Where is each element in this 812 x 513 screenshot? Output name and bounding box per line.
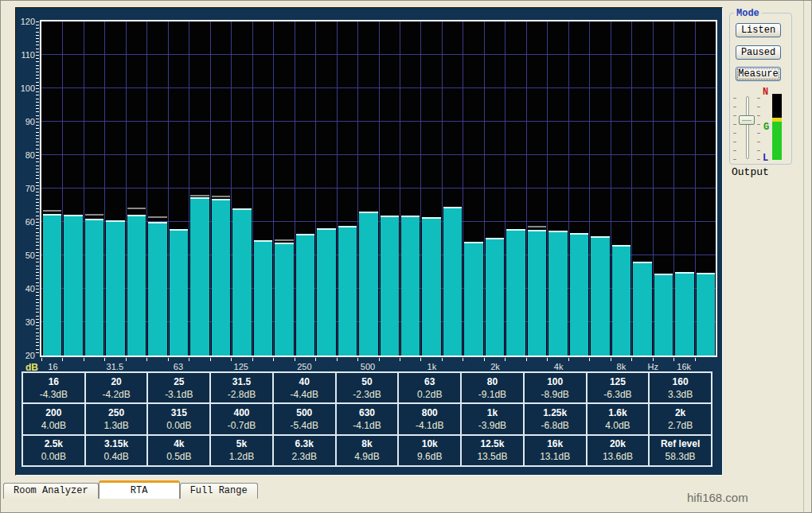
- band-level: -8.9dB: [541, 388, 568, 401]
- y-tick-label-60: 60: [18, 217, 35, 227]
- band-level: -3.1dB: [165, 388, 193, 401]
- band-frequency: 200: [45, 406, 61, 419]
- band-frequency: 1k: [487, 406, 498, 419]
- v-gridline: [231, 21, 232, 356]
- v-gridline: [126, 21, 127, 356]
- paused-button[interactable]: Paused: [736, 45, 781, 60]
- output-slider-track[interactable]: [746, 96, 749, 159]
- band-cell-2.5k: 2.5k0.0dB: [23, 436, 84, 465]
- y-tick-label-70: 70: [18, 184, 35, 193]
- spectrum-bar-250: [296, 234, 314, 356]
- peak-hold-marker-100: [212, 196, 230, 197]
- spectrum-bar-25: [85, 219, 103, 356]
- peak-hold-marker-200: [275, 239, 293, 241]
- tab-full-range[interactable]: Full Range: [180, 483, 258, 499]
- band-level: -4.1dB: [353, 419, 381, 432]
- y-tick-label-120: 120: [18, 17, 35, 26]
- bar-top-cap: [317, 228, 335, 230]
- analyzer-panel: 1201101009080706050403020 dB 1631.563125…: [15, 7, 723, 476]
- band-frequency: 2.5k: [45, 437, 63, 450]
- bar-top-cap: [528, 230, 546, 231]
- band-frequency: 800: [422, 406, 438, 419]
- band-cell-16k: 16k13.1dB: [525, 436, 586, 465]
- v-gridline: [547, 21, 548, 356]
- band-cell-5k: 5k1.2dB: [211, 436, 272, 465]
- bar-top-cap: [127, 215, 146, 216]
- band-level: 13.6dB: [603, 450, 633, 463]
- v-gridline: [484, 21, 485, 356]
- band-level: -9.1dB: [478, 388, 506, 401]
- bar-top-cap: [697, 273, 715, 274]
- band-level-table: 16-4.3dB20-4.2dB25-3.1dB31.5-2.8dB40-4.4…: [21, 371, 712, 467]
- output-slider-ticks-right: [757, 98, 760, 160]
- band-frequency: 20k: [610, 437, 626, 450]
- band-cell-Ref level: Ref level58.3dB: [650, 436, 711, 465]
- v-gridline: [252, 21, 253, 356]
- spectrum-bar-63: [170, 229, 188, 356]
- band-frequency: 6.3k: [295, 437, 314, 450]
- band-level: -6.8dB: [541, 419, 568, 432]
- x-tick-label-8k: 8k: [617, 362, 627, 371]
- spectrum-bar-500: [359, 212, 377, 356]
- band-level: -3.9dB: [478, 419, 506, 432]
- listen-button[interactable]: Listen: [736, 23, 781, 37]
- bar-top-cap: [612, 245, 630, 247]
- v-gridline: [611, 21, 611, 356]
- bar-top-cap: [148, 222, 166, 223]
- x-tick-label-125: 125: [234, 362, 248, 371]
- x-tick-label-63: 63: [174, 362, 183, 371]
- plot-area: [41, 21, 716, 356]
- band-frequency: 16k: [547, 437, 563, 450]
- band-level: 13.5dB: [477, 450, 507, 463]
- band-level: -2.8dB: [228, 388, 256, 401]
- v-gridline: [210, 21, 211, 356]
- x-tick-label-16k: 16k: [677, 362, 691, 371]
- band-cell-250: 2501.3dB: [86, 404, 147, 433]
- v-gridline: [442, 21, 443, 356]
- bar-top-cap: [464, 242, 482, 243]
- bar-top-cap: [64, 215, 82, 216]
- band-cell-8k: 8k4.9dB: [337, 436, 398, 465]
- band-frequency: 40: [299, 375, 310, 388]
- output-slider-thumb[interactable]: [739, 115, 755, 125]
- mode-groupbox-caption: Mode: [734, 8, 762, 19]
- bar-top-cap: [85, 219, 103, 220]
- y-tick-label-20: 20: [18, 351, 35, 360]
- v-gridline: [589, 21, 590, 356]
- tab-room-analyzer[interactable]: Room Analyzer: [3, 483, 99, 499]
- peak-hold-marker-80: [190, 195, 209, 196]
- x-tick-label-Hz: Hz: [647, 362, 658, 371]
- bar-top-cap: [338, 226, 357, 227]
- band-level: 2.3dB: [292, 450, 317, 463]
- v-gridline: [315, 21, 316, 356]
- band-cell-315: 3150.0dB: [148, 404, 209, 433]
- v-gridline: [526, 21, 527, 356]
- x-axis-ticks: [41, 358, 716, 361]
- bar-top-cap: [486, 238, 504, 239]
- bar-top-cap: [232, 208, 251, 210]
- tab-rta[interactable]: RTA: [99, 480, 180, 499]
- band-frequency: 125: [610, 375, 626, 388]
- bar-top-cap: [296, 234, 314, 235]
- band-cell-500: 500-5.4dB: [274, 404, 335, 433]
- watermark: hifi168.com: [687, 491, 748, 504]
- band-frequency: 1.25k: [543, 406, 567, 419]
- band-frequency: 8k: [361, 437, 372, 450]
- band-frequency: 31.5: [232, 375, 251, 388]
- band-cell-1k: 1k-3.9dB: [462, 404, 523, 433]
- band-cell-25: 25-3.1dB: [148, 373, 209, 402]
- x-tick-label-2k: 2k: [490, 362, 500, 371]
- band-level: 4.0dB: [41, 419, 66, 432]
- y-tick-label-50: 50: [18, 251, 35, 260]
- spectrum-bar-5k: [570, 233, 588, 356]
- band-frequency: 20: [111, 375, 121, 388]
- v-gridline: [104, 21, 105, 356]
- band-frequency: Ref level: [661, 437, 700, 450]
- v-gridline: [337, 21, 338, 356]
- band-level: 1.2dB: [229, 450, 254, 463]
- spectrum-bar-16k: [675, 272, 693, 356]
- v-gridline: [673, 21, 674, 356]
- spectrum-bar-20k: [697, 273, 715, 356]
- measure-button[interactable]: Measure: [736, 67, 781, 81]
- band-level: -5.4dB: [291, 419, 318, 432]
